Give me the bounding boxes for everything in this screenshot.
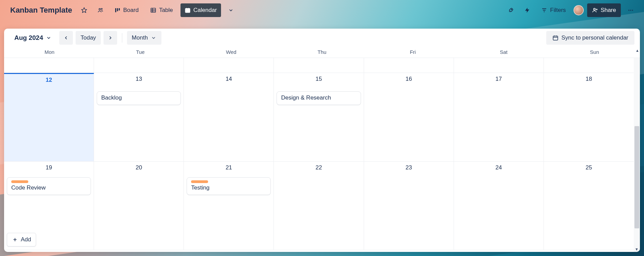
calendar-grid: 12 13 Backlog 14 15 Design & Research 16 [4,58,634,252]
filter-icon [541,7,547,13]
calendar-cell[interactable] [454,58,544,73]
scroll-up-button[interactable]: ▲ [635,48,639,52]
calendar-cell[interactable]: 20 [94,162,184,250]
calendar-cell[interactable] [184,58,274,73]
calendar-cell[interactable]: 13 Backlog [94,73,184,162]
calendar-card[interactable]: Backlog [97,91,181,105]
board-title[interactable]: Kanban Template [10,6,72,15]
day-number: 19 [7,164,91,171]
chevron-down-icon [151,35,157,41]
svg-rect-4 [117,8,118,11]
card-title: Code Review [11,184,46,191]
calendar-cell[interactable]: 12 [4,73,94,162]
chevron-right-icon [107,35,113,41]
day-number: 24 [457,164,541,171]
sync-button[interactable]: Sync to personal calendar [546,31,634,45]
avatar[interactable] [574,5,584,15]
day-header: Mon [4,47,95,58]
calendar-cell[interactable] [544,58,634,73]
chevron-left-icon [63,35,69,41]
chevron-down-icon [46,35,52,41]
automation-button[interactable] [521,3,534,17]
plus-icon [12,237,18,243]
calendar-icon [185,7,191,13]
day-header: Wed [186,47,277,58]
people-icon [97,7,104,13]
day-number: 13 [97,76,181,82]
day-header: Sun [549,47,640,58]
today-button[interactable]: Today [76,31,100,45]
calendar-cell[interactable] [274,58,364,73]
calendar-cell[interactable]: 24 [454,162,544,250]
rocket-button[interactable] [504,3,517,17]
add-label: Add [21,236,31,243]
day-header: Thu [277,47,367,58]
board-menu-button[interactable] [624,3,637,17]
calendar-card[interactable]: Design & Research [277,91,361,105]
day-number: 15 [277,76,361,82]
month-picker[interactable]: Aug 2024 [10,31,57,45]
card-title: Backlog [101,94,122,101]
day-header: Sat [458,47,549,58]
board-view-label: Board [123,7,139,14]
more-icon [628,7,634,13]
next-button[interactable] [104,31,117,45]
calendar-grid-wrap: 12 13 Backlog 14 15 Design & Research 16 [4,58,640,252]
calendar-cell[interactable]: 25 [544,162,634,250]
scrollbar-thumb[interactable] [634,126,639,228]
svg-point-24 [632,10,633,11]
bolt-icon [524,7,530,13]
calendar-cell[interactable]: 17 [454,73,544,162]
svg-point-2 [101,9,102,10]
view-switcher-dropdown[interactable] [224,3,237,17]
calendar-view-label: Calendar [193,7,217,14]
calendar-cell[interactable]: 15 Design & Research [274,73,364,162]
filters-button[interactable]: Filters [537,3,570,17]
scroll-down-button[interactable]: ▼ [635,247,639,251]
sync-label: Sync to personal calendar [561,34,628,41]
scrollbar-track[interactable]: ▼ [634,58,640,252]
svg-point-1 [99,9,100,10]
calendar-icon [552,35,559,41]
day-number: 21 [187,164,271,171]
calendar-cell[interactable]: 14 [184,73,274,162]
svg-point-23 [630,10,631,11]
svg-point-14 [511,9,512,10]
star-icon [81,7,87,13]
calendar-toolbar: Aug 2024 Today Month [4,29,640,47]
day-number: 17 [457,76,541,82]
calendar-cell[interactable]: 16 [364,73,454,162]
calendar-cell[interactable] [4,58,94,73]
table-view-button[interactable]: Table [146,3,177,17]
calendar-cell[interactable]: 21 Testing [184,162,274,250]
add-card-button[interactable]: Add [7,233,36,246]
calendar-cell[interactable] [94,58,184,73]
calendar-view-button[interactable]: Calendar [180,3,221,17]
rocket-icon [508,7,514,13]
share-button[interactable]: Share [587,3,621,17]
day-number: 12 [7,77,91,84]
calendar-card[interactable]: Code Review [7,177,91,195]
range-label: Month [132,34,148,41]
day-header: Tue [95,47,186,58]
day-header: Fri [367,47,458,58]
prev-button[interactable] [59,31,73,45]
day-headers: Mon Tue Wed Thu Fri Sat Sun ▲ [4,47,640,58]
visibility-button[interactable] [94,3,107,17]
calendar-cell[interactable]: 18 [544,73,634,162]
board-header: Kanban Template Board Table Calendar [0,0,644,20]
day-number: 18 [547,76,631,82]
calendar-card[interactable]: Testing [187,177,271,195]
calendar-cell[interactable]: 22 [274,162,364,250]
board-view-button[interactable]: Board [110,3,143,17]
add-user-icon [592,7,598,13]
day-number: 23 [367,164,451,171]
calendar-cell[interactable] [364,58,454,73]
day-number: 22 [277,164,361,171]
month-label: Aug 2024 [14,34,43,42]
table-view-label: Table [159,7,173,14]
star-button[interactable] [78,3,91,17]
range-picker[interactable]: Month [127,31,161,45]
calendar-cell[interactable]: 19 Code Review Add [4,162,94,250]
calendar-cell[interactable]: 23 [364,162,454,250]
